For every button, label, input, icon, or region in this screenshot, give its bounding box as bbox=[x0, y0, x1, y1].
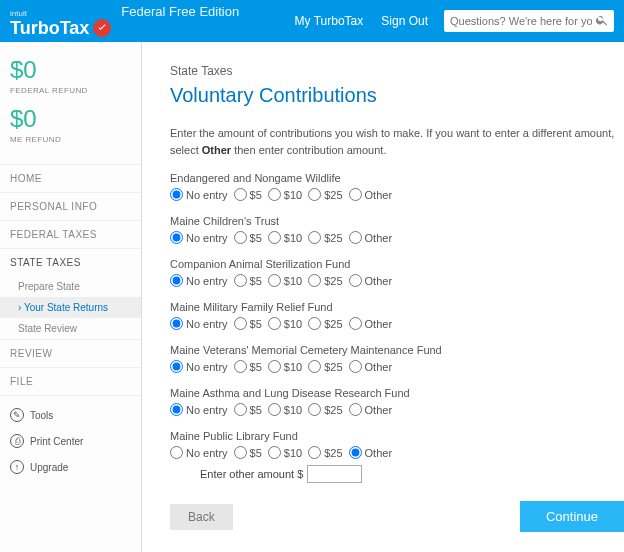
radio-option[interactable]: $10 bbox=[268, 360, 302, 373]
radio-option[interactable]: $5 bbox=[234, 446, 262, 459]
radio-option[interactable]: Other bbox=[349, 403, 393, 416]
tool-tools[interactable]: ✎ Tools bbox=[0, 402, 141, 428]
radio-option[interactable]: $25 bbox=[308, 317, 342, 330]
radio-input[interactable] bbox=[268, 188, 281, 201]
radio-option[interactable]: Other bbox=[349, 360, 393, 373]
search-input[interactable] bbox=[444, 10, 614, 32]
radio-option[interactable]: No entry bbox=[170, 317, 228, 330]
radio-label: No entry bbox=[186, 318, 228, 330]
link-myturbotax[interactable]: My TurboTax bbox=[295, 14, 364, 28]
radio-input[interactable] bbox=[170, 188, 183, 201]
radio-option[interactable]: No entry bbox=[170, 274, 228, 287]
nav-state-taxes[interactable]: STATE TAXES bbox=[0, 249, 141, 276]
radio-input[interactable] bbox=[170, 403, 183, 416]
radio-option[interactable]: Other bbox=[349, 274, 393, 287]
radio-option[interactable]: Other bbox=[349, 231, 393, 244]
fund-block: Endangered and Nongame WildlifeNo entry$… bbox=[170, 172, 624, 201]
nav-file[interactable]: FILE bbox=[0, 368, 141, 395]
subnav-state-review[interactable]: State Review bbox=[0, 318, 141, 339]
radio-input[interactable] bbox=[268, 446, 281, 459]
page-title: Voluntary Contributions bbox=[170, 84, 624, 107]
radio-option[interactable]: Other bbox=[349, 188, 393, 201]
continue-button[interactable]: Continue bbox=[520, 501, 624, 532]
radio-option[interactable]: $10 bbox=[268, 188, 302, 201]
radio-input[interactable] bbox=[349, 317, 362, 330]
nav-federal-taxes[interactable]: FEDERAL TAXES bbox=[0, 221, 141, 248]
radio-option[interactable]: $10 bbox=[268, 403, 302, 416]
radio-input[interactable] bbox=[308, 317, 321, 330]
back-button[interactable]: Back bbox=[170, 504, 233, 530]
radio-input[interactable] bbox=[170, 317, 183, 330]
radio-option[interactable]: $10 bbox=[268, 231, 302, 244]
radio-input[interactable] bbox=[268, 360, 281, 373]
radio-option[interactable]: Other bbox=[349, 317, 393, 330]
search-icon[interactable] bbox=[595, 13, 609, 30]
radio-input[interactable] bbox=[170, 274, 183, 287]
radio-input[interactable] bbox=[234, 231, 247, 244]
radio-option[interactable]: $25 bbox=[308, 446, 342, 459]
nav-home[interactable]: HOME bbox=[0, 165, 141, 192]
radio-input[interactable] bbox=[349, 403, 362, 416]
radio-option[interactable]: $25 bbox=[308, 403, 342, 416]
radio-option[interactable]: $10 bbox=[268, 317, 302, 330]
radio-option[interactable]: $5 bbox=[234, 360, 262, 373]
radio-option[interactable]: $5 bbox=[234, 317, 262, 330]
radio-option[interactable]: $5 bbox=[234, 274, 262, 287]
radio-option[interactable]: No entry bbox=[170, 188, 228, 201]
main-content: State Taxes Voluntary Contributions Ente… bbox=[142, 42, 624, 552]
radio-input[interactable] bbox=[349, 188, 362, 201]
radio-option[interactable]: No entry bbox=[170, 403, 228, 416]
radio-option[interactable]: $25 bbox=[308, 360, 342, 373]
radio-input[interactable] bbox=[170, 360, 183, 373]
other-amount-input[interactable] bbox=[307, 465, 362, 483]
radio-option[interactable]: $25 bbox=[308, 231, 342, 244]
radio-option[interactable]: No entry bbox=[170, 360, 228, 373]
radio-input[interactable] bbox=[234, 188, 247, 201]
radio-input[interactable] bbox=[268, 317, 281, 330]
radio-option[interactable]: $5 bbox=[234, 231, 262, 244]
radio-option[interactable]: No entry bbox=[170, 446, 228, 459]
radio-label: $10 bbox=[284, 275, 302, 287]
radio-option[interactable]: $5 bbox=[234, 403, 262, 416]
radio-option[interactable]: $25 bbox=[308, 188, 342, 201]
radio-label: $5 bbox=[250, 275, 262, 287]
radio-label: $10 bbox=[284, 404, 302, 416]
radio-input[interactable] bbox=[308, 274, 321, 287]
radio-input[interactable] bbox=[308, 403, 321, 416]
instructions: Enter the amount of contributions you wi… bbox=[170, 125, 624, 158]
radio-input[interactable] bbox=[234, 403, 247, 416]
tool-print-center[interactable]: ⎙ Print Center bbox=[0, 428, 141, 454]
radio-input[interactable] bbox=[234, 274, 247, 287]
nav-personal-info[interactable]: PERSONAL INFO bbox=[0, 193, 141, 220]
radio-input[interactable] bbox=[308, 188, 321, 201]
radio-input[interactable] bbox=[308, 446, 321, 459]
radio-input[interactable] bbox=[308, 231, 321, 244]
radio-input[interactable] bbox=[170, 231, 183, 244]
radio-option[interactable]: $5 bbox=[234, 188, 262, 201]
radio-input[interactable] bbox=[308, 360, 321, 373]
radio-input[interactable] bbox=[268, 231, 281, 244]
radio-label: $5 bbox=[250, 447, 262, 459]
radio-option[interactable]: Other bbox=[349, 446, 393, 459]
print-icon: ⎙ bbox=[10, 434, 24, 448]
tool-upgrade[interactable]: ↑ Upgrade bbox=[0, 454, 141, 480]
radio-input[interactable] bbox=[349, 446, 362, 459]
radio-option[interactable]: No entry bbox=[170, 231, 228, 244]
radio-input[interactable] bbox=[234, 317, 247, 330]
radio-input[interactable] bbox=[349, 274, 362, 287]
radio-input[interactable] bbox=[349, 231, 362, 244]
radio-option[interactable]: $10 bbox=[268, 274, 302, 287]
radio-option[interactable]: $10 bbox=[268, 446, 302, 459]
radio-input[interactable] bbox=[349, 360, 362, 373]
radio-input[interactable] bbox=[268, 403, 281, 416]
radio-input[interactable] bbox=[234, 446, 247, 459]
radio-option[interactable]: $25 bbox=[308, 274, 342, 287]
radio-input[interactable] bbox=[170, 446, 183, 459]
fund-block: Maine Veterans' Memorial Cemetery Mainte… bbox=[170, 344, 624, 373]
subnav-your-state-returns[interactable]: Your State Returns bbox=[0, 297, 141, 318]
subnav-prepare-state[interactable]: Prepare State bbox=[0, 276, 141, 297]
radio-input[interactable] bbox=[234, 360, 247, 373]
nav-review[interactable]: REVIEW bbox=[0, 340, 141, 367]
link-signout[interactable]: Sign Out bbox=[381, 14, 428, 28]
radio-input[interactable] bbox=[268, 274, 281, 287]
